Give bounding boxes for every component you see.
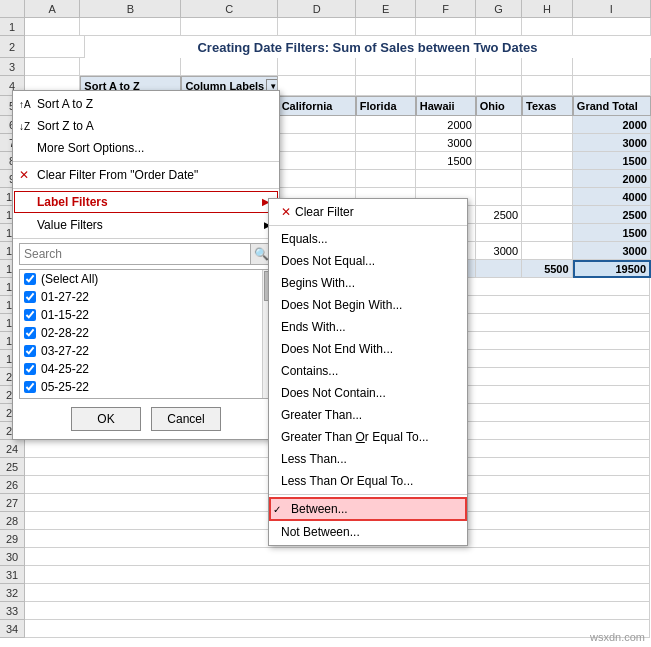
- row-1: 1: [0, 18, 651, 36]
- col-d: D: [278, 0, 356, 18]
- cell-h10: [522, 188, 573, 206]
- row-31: 31: [0, 566, 651, 584]
- cell-d1: [278, 18, 356, 36]
- lf-not-between[interactable]: Not Between...: [269, 521, 467, 543]
- cell-d5-california: California: [278, 96, 356, 116]
- filter-action-buttons: OK Cancel: [13, 401, 279, 437]
- lf-does-not-contain-label: Does Not Contain...: [281, 386, 386, 400]
- lf-does-not-equal[interactable]: Does Not Equal...: [269, 250, 467, 272]
- lf-less-than-equal[interactable]: Less Than Or Equal To...: [269, 470, 467, 492]
- lf-clear-filter[interactable]: ✕ Clear Filter: [269, 201, 467, 223]
- lf-not-between-label: Not Between...: [281, 525, 360, 539]
- checkbox-01-27-22-input[interactable]: [24, 291, 36, 303]
- checkbox-02-07-22[interactable]: 02-07-22: [20, 396, 262, 399]
- cancel-button[interactable]: Cancel: [151, 407, 221, 431]
- col-h: H: [522, 0, 573, 18]
- search-container: 🔍: [19, 243, 273, 265]
- lf-contains[interactable]: Contains...: [269, 360, 467, 382]
- cell-h3: [522, 58, 573, 76]
- cell-d9: [278, 170, 356, 188]
- row-num-25: 25: [0, 458, 25, 476]
- lf-does-not-contain[interactable]: Does Not Contain...: [269, 382, 467, 404]
- checkbox-05-25-22-input[interactable]: [24, 381, 36, 393]
- checkbox-03-27-22[interactable]: 03-27-22: [20, 342, 262, 360]
- clear-filter-icon: ✕: [19, 168, 29, 182]
- row-num-34: 34: [0, 620, 25, 638]
- row-num-29: 29: [0, 530, 25, 548]
- label-filters[interactable]: Label Filters: [14, 191, 278, 213]
- more-sort-options[interactable]: More Sort Options...: [13, 137, 279, 159]
- row-num-33: 33: [0, 602, 25, 620]
- lf-begins-with-label: Begins With...: [281, 276, 355, 290]
- cell-g13: 3000: [476, 242, 522, 260]
- row-num-31: 31: [0, 566, 25, 584]
- cell-g8: [476, 152, 522, 170]
- sort-z-to-a[interactable]: ↓Z Sort Z to A: [13, 115, 279, 137]
- col-b: B: [80, 0, 181, 18]
- checkbox-select-all-label: (Select All): [41, 272, 98, 286]
- checkbox-04-25-22-input[interactable]: [24, 363, 36, 375]
- cell-g3: [476, 58, 522, 76]
- checkbox-01-27-22-label: 01-27-22: [41, 290, 89, 304]
- search-input[interactable]: [20, 245, 250, 263]
- lf-equals[interactable]: Equals...: [269, 228, 467, 250]
- cell-i1: [573, 18, 651, 36]
- checkbox-05-25-22[interactable]: 05-25-22: [20, 378, 262, 396]
- lf-less-than[interactable]: Less Than...: [269, 448, 467, 470]
- checkbox-03-27-22-label: 03-27-22: [41, 344, 89, 358]
- cells-31: [25, 566, 650, 584]
- col-g: G: [476, 0, 522, 18]
- lf-does-not-equal-label: Does Not Equal...: [281, 254, 375, 268]
- cell-i6: 2000: [573, 116, 651, 134]
- checkbox-04-25-22[interactable]: 04-25-22: [20, 360, 262, 378]
- checkbox-01-15-22[interactable]: 01-15-22: [20, 306, 262, 324]
- cell-h9: [522, 170, 573, 188]
- value-filters[interactable]: Value Filters: [13, 214, 279, 236]
- filter-dropdown-menu: ↑A Sort A to Z ↓Z Sort Z to A More Sort …: [12, 90, 280, 440]
- cell-h1: [522, 18, 573, 36]
- cell-f7: 3000: [416, 134, 476, 152]
- clear-filter-icon-lf: ✕: [281, 205, 291, 219]
- checkbox-01-27-22[interactable]: 01-27-22: [20, 288, 262, 306]
- checkbox-02-28-22-label: 02-28-22: [41, 326, 89, 340]
- lf-does-not-begin-with[interactable]: Does Not Begin With...: [269, 294, 467, 316]
- cell-e9: [356, 170, 416, 188]
- cells-33: [25, 602, 650, 620]
- cell-h11: [522, 206, 573, 224]
- cell-i4: [573, 76, 651, 96]
- lf-greater-than[interactable]: Greater Than...: [269, 404, 467, 426]
- lf-ends-with[interactable]: Ends With...: [269, 316, 467, 338]
- row-num-26: 26: [0, 476, 25, 494]
- cell-i3: [573, 58, 651, 76]
- sort-az-icon: ↑A: [19, 99, 31, 110]
- cell-i8: 1500: [573, 152, 651, 170]
- lf-does-not-end-with[interactable]: Does Not End With...: [269, 338, 467, 360]
- clear-filter[interactable]: ✕ Clear Filter From "Order Date": [13, 164, 279, 186]
- row-num-28: 28: [0, 512, 25, 530]
- checkbox-03-27-22-input[interactable]: [24, 345, 36, 357]
- lf-ends-with-label: Ends With...: [281, 320, 346, 334]
- col-e: E: [356, 0, 416, 18]
- lf-greater-than-equal-label: Greater Than Or Equal To...: [281, 430, 429, 444]
- checkbox-01-15-22-input[interactable]: [24, 309, 36, 321]
- cell-i9: 2000: [573, 170, 651, 188]
- lf-less-than-equal-label: Less Than Or Equal To...: [281, 474, 413, 488]
- checkbox-02-07-22-label: 02-07-22: [41, 398, 89, 399]
- checkbox-select-all-input[interactable]: [24, 273, 36, 285]
- lf-begins-with[interactable]: Begins With...: [269, 272, 467, 294]
- ok-button[interactable]: OK: [71, 407, 141, 431]
- sort-a-to-z[interactable]: ↑A Sort A to Z: [13, 93, 279, 115]
- lf-between[interactable]: ✓ Between...: [269, 497, 467, 521]
- cell-h14: 5500: [522, 260, 573, 278]
- cell-g14: [476, 260, 522, 278]
- checkbox-select-all[interactable]: (Select All): [20, 270, 262, 288]
- checkbox-02-28-22-input[interactable]: [24, 327, 36, 339]
- spreadsheet: A B C D E F G H I 1 2 Creating Date Filt…: [0, 0, 651, 647]
- row-num-30: 30: [0, 548, 25, 566]
- lf-sep-1: [269, 225, 467, 226]
- checkbox-02-28-22[interactable]: 02-28-22: [20, 324, 262, 342]
- lf-greater-than-equal[interactable]: Greater Than Or Equal To...: [269, 426, 467, 448]
- row-num-32: 32: [0, 584, 25, 602]
- cells-34: [25, 620, 650, 638]
- cell-i14-selected: 19500: [573, 260, 651, 278]
